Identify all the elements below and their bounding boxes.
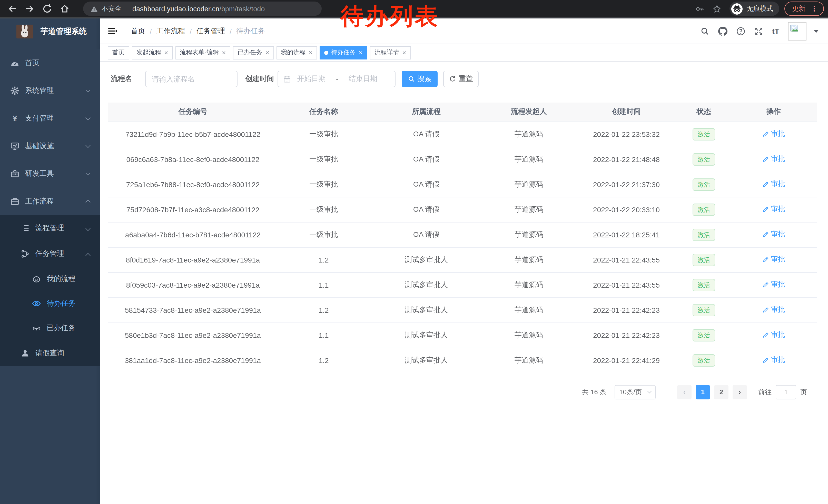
approve-label: 审批 [771, 205, 785, 214]
update-label[interactable]: 更新 [792, 4, 805, 13]
approve-button[interactable]: 审批 [762, 280, 785, 289]
approve-button[interactable]: 审批 [762, 255, 785, 264]
page-size-select[interactable]: 10条/页 [615, 385, 656, 399]
tab-done-task[interactable]: 已办任务× [233, 46, 274, 59]
column-header: 任务编号 [108, 102, 278, 122]
app-logo[interactable]: 芋道管理系统 [0, 18, 100, 44]
sidebar-item-dev-tools[interactable]: 研发工具 [0, 160, 100, 188]
sidebar-menu: 首页系统管理¥支付管理基础设施研发工具工作流程流程管理任务管理我的流程待办任务已… [0, 49, 100, 366]
avatar-dropdown-caret-icon[interactable] [814, 30, 819, 33]
sidebar-item-task-mgmt[interactable]: 任务管理 [0, 241, 100, 267]
start-date-input[interactable]: 开始日期 [297, 74, 326, 84]
created-time-cell: 2022-01-21 22:42:23 [575, 297, 678, 322]
not-secure-warning-icon[interactable] [90, 5, 98, 12]
goto-page-input[interactable] [776, 385, 796, 399]
chevron-down-icon [85, 115, 90, 120]
sidebar-item-label: 支付管理 [25, 114, 54, 123]
fullscreen-icon[interactable] [754, 27, 763, 36]
browser-update-button[interactable]: 更新 ⋮ [784, 2, 824, 16]
logo-image [16, 25, 33, 38]
close-icon[interactable]: × [265, 49, 269, 56]
close-icon[interactable]: × [222, 49, 226, 56]
end-date-input[interactable]: 结束日期 [348, 74, 377, 84]
home-icon[interactable] [59, 4, 70, 14]
column-header: 操作 [730, 102, 817, 122]
status-cell: 激活 [678, 222, 730, 247]
back-icon[interactable] [7, 4, 17, 14]
page-button-1[interactable]: 1 [696, 385, 710, 399]
starter-cell: 芋道源码 [483, 147, 575, 172]
search-button-label: 搜索 [417, 74, 432, 84]
sidebar-item-todo-task[interactable]: 待办任务 [0, 291, 100, 316]
prev-page-button[interactable]: ‹ [677, 385, 692, 399]
close-icon[interactable]: × [359, 49, 363, 56]
process-name-input[interactable] [145, 71, 238, 87]
sidebar-item-payment-mgmt[interactable]: ¥支付管理 [0, 104, 100, 132]
sidebar-item-label: 首页 [25, 58, 40, 68]
tab-home[interactable]: 首页 [108, 46, 129, 59]
approve-label: 审批 [771, 230, 785, 239]
approve-button[interactable]: 审批 [762, 330, 785, 340]
gear-icon [10, 86, 19, 95]
sidebar-item-system-mgmt[interactable]: 系统管理 [0, 77, 100, 104]
github-icon[interactable] [718, 27, 728, 36]
search-button[interactable]: 搜索 [402, 71, 438, 87]
address-bar[interactable]: 不安全 dashboard.yudao.iocoder.cn/bpm/task/… [83, 2, 322, 16]
process-cell: 测试多审批人 [370, 348, 483, 373]
approve-button[interactable]: 审批 [762, 356, 785, 365]
url-host: dashboard.yudao.iocoder.cn [132, 5, 219, 12]
forward-icon[interactable] [25, 4, 35, 14]
approve-button[interactable]: 审批 [762, 180, 785, 189]
sidebar-item-workflow[interactable]: 工作流程 [0, 188, 100, 215]
status-badge: 激活 [693, 178, 715, 190]
tab-todo-task[interactable]: 待办任务× [320, 46, 367, 59]
action-cell: 审批 [730, 348, 817, 373]
close-icon[interactable]: × [309, 49, 313, 56]
sidebar-item-leave-query[interactable]: 请假查询 [0, 340, 100, 366]
app-window: 芋道管理系统 首页系统管理¥支付管理基础设施研发工具工作流程流程管理任务管理我的… [0, 18, 828, 504]
flow-icon [20, 249, 30, 259]
created-time-cell: 2022-01-22 21:37:30 [575, 172, 678, 197]
tab-process-detail[interactable]: 流程详情× [370, 46, 411, 59]
sidebar-item-my-process[interactable]: 我的流程 [0, 267, 100, 291]
page-button-2[interactable]: 2 [714, 385, 729, 399]
text-size-icon[interactable]: tT [772, 27, 779, 35]
incognito-badge: 无痕模式 [730, 2, 779, 16]
task-name-cell: 1.2 [278, 247, 370, 272]
breadcrumb-item[interactable]: 工作流程 [157, 27, 185, 36]
breadcrumb-item[interactable]: 任务管理 [197, 27, 225, 36]
reload-icon[interactable] [42, 4, 52, 14]
approve-button[interactable]: 审批 [762, 154, 785, 164]
browser-menu-icon[interactable]: ⋮ [811, 4, 818, 13]
help-icon[interactable] [736, 27, 745, 36]
close-icon[interactable]: × [402, 49, 406, 56]
approve-button[interactable]: 审批 [762, 305, 785, 315]
status-cell: 激活 [678, 122, 730, 147]
sidebar-item-done-task[interactable]: 已办任务 [0, 316, 100, 340]
tab-my-process[interactable]: 我的流程× [277, 46, 317, 59]
status-cell: 激活 [678, 147, 730, 172]
approve-button[interactable]: 审批 [762, 130, 785, 139]
password-key-icon[interactable] [696, 4, 704, 13]
tab-start-process[interactable]: 发起流程× [132, 46, 173, 59]
svg-text:¥: ¥ [12, 114, 17, 123]
page-size-value: 10条/页 [619, 387, 648, 397]
sidebar-item-infrastructure[interactable]: 基础设施 [0, 132, 100, 160]
security-label[interactable]: 不安全 [101, 4, 122, 13]
next-page-button[interactable]: › [733, 385, 747, 399]
reset-button[interactable]: 重置 [443, 71, 479, 87]
created-time-cell: 2022-01-22 21:48:48 [575, 147, 678, 172]
bookmark-star-icon[interactable] [713, 4, 721, 13]
avatar[interactable] [788, 22, 806, 40]
breadcrumb-item[interactable]: 首页 [131, 27, 145, 36]
search-icon[interactable] [700, 27, 709, 36]
approve-button[interactable]: 审批 [762, 230, 785, 239]
close-icon[interactable]: × [164, 49, 168, 56]
sidebar-item-process-mgmt[interactable]: 流程管理 [0, 215, 100, 241]
url-divider [127, 5, 127, 13]
sidebar-item-home[interactable]: 首页 [0, 49, 100, 77]
date-range-picker[interactable]: 开始日期 - 结束日期 [278, 71, 396, 87]
tab-process-form-edit[interactable]: 流程表单-编辑× [175, 46, 230, 59]
sidebar-collapse-icon[interactable] [108, 27, 118, 35]
approve-button[interactable]: 审批 [762, 205, 785, 214]
